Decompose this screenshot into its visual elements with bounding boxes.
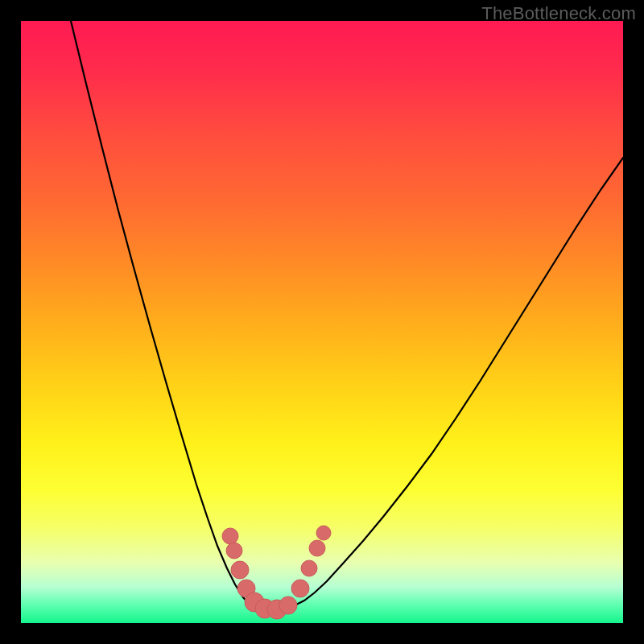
chart-frame: TheBottleneck.com [0,0,644,644]
chart-svg [21,21,623,623]
marker-group [222,526,331,619]
marker-dot [222,528,238,544]
marker-dot [316,526,331,540]
marker-dot [301,560,317,576]
series-right-curve [295,158,623,605]
marker-dot [309,540,325,556]
curve-group [71,21,623,610]
marker-dot [279,597,297,614]
series-left-curve [71,21,250,605]
marker-dot [291,580,309,597]
marker-dot [231,561,249,579]
marker-dot [226,543,242,559]
plot-area [21,21,623,623]
